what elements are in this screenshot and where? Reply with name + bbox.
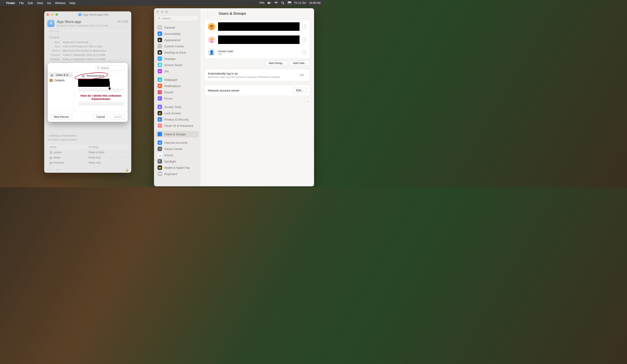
- perm-row[interactable]: wheel Read only⌃⌄: [47, 155, 128, 160]
- action-menu-button[interactable]: ⊙﹀: [56, 168, 62, 172]
- new-person-button[interactable]: New Person: [51, 114, 72, 120]
- search-icon: [97, 66, 100, 70]
- sidebar-item-keyboard[interactable]: ⌨Keyboard: [156, 171, 199, 177]
- battery-icon[interactable]: [268, 1, 271, 5]
- add-permission-button[interactable]: ＋: [47, 168, 50, 172]
- spotlight-icon[interactable]: [281, 1, 285, 5]
- control-centre-icon[interactable]: [288, 1, 291, 5]
- zoom-button[interactable]: [55, 13, 58, 16]
- redacted-user: [218, 22, 300, 31]
- chevron-updown-icon[interactable]: ⌃⌄: [124, 156, 126, 159]
- sidebar-item-screen-time[interactable]: ⧗Screen Time: [156, 104, 199, 110]
- sidebar-item-label: Screen Saver: [164, 63, 183, 67]
- sidebar-item-wallpaper[interactable]: ⛰Wallpaper: [156, 77, 199, 83]
- annotation-arrow-icon: [108, 81, 111, 90]
- menu-window[interactable]: Window: [55, 1, 65, 5]
- sidebar-item-lock-screen[interactable]: 🔒Lock Screen: [156, 110, 199, 116]
- sidebar-item-privacy-security[interactable]: ✋Privacy & Security: [156, 116, 199, 122]
- redacted-user-entry[interactable]: [78, 79, 109, 87]
- picker-source-list: Users & G… Contacts: [48, 72, 74, 112]
- sidebar-item-screen-saver[interactable]: ✺Screen Saver: [156, 62, 199, 68]
- tags-field[interactable]: Add Tags...: [47, 29, 129, 34]
- chevron-updown-icon[interactable]: ⌃⌄: [305, 74, 307, 76]
- network-server-row: Network account server Edit...: [205, 85, 310, 96]
- sidebar-icon: ✺: [157, 63, 162, 67]
- sidebar-icon: ✋: [157, 117, 162, 122]
- sidebar-icon: ☁: [157, 153, 162, 157]
- cancel-button[interactable]: Cancel: [93, 114, 108, 120]
- sidebar-item-desktop-dock[interactable]: ▣Desktop & Dock: [156, 49, 199, 55]
- picker-search[interactable]: Search: [96, 66, 125, 70]
- getinfo-title: App Store.app Info: [83, 13, 109, 16]
- menubar-date[interactable]: Fri 11 Oct: [294, 1, 306, 4]
- sidebar-item-appearance[interactable]: ◐Appearance: [156, 37, 199, 43]
- getinfo-titlebar[interactable]: App Store.app Info: [44, 11, 131, 18]
- remove-permission-button[interactable]: －: [51, 168, 54, 172]
- perm-row[interactable]: system Read & Write⌃⌄: [47, 150, 128, 155]
- menu-help[interactable]: Help: [69, 1, 75, 5]
- minimise-button[interactable]: [161, 10, 163, 13]
- help-button[interactable]: ?: [305, 100, 310, 104]
- sidebar-item-focus[interactable]: ☾Focus: [156, 95, 199, 102]
- sidebar-item-internet-accounts[interactable]: @Internet Accounts: [156, 140, 199, 146]
- user-row[interactable]: 🐯 i: [205, 20, 310, 33]
- user-row[interactable]: 🏆 i: [205, 33, 310, 46]
- menubar-app-name[interactable]: Finder: [6, 1, 15, 5]
- close-button[interactable]: [156, 10, 159, 13]
- sidebar-item-control-centre[interactable]: ⌁Control Centre: [156, 43, 199, 49]
- menu-edit[interactable]: Edit: [28, 1, 33, 5]
- lock-icon[interactable]: 🔒: [125, 168, 129, 172]
- settings-sidebar: Search ⚙︎General☯Accessibility◐Appearanc…: [154, 8, 201, 186]
- section-sharing[interactable]: Sharing & Permissions:: [44, 133, 131, 138]
- menubar-time[interactable]: 10:46 AM: [309, 1, 320, 4]
- custom-access-label: You have custom access: [44, 138, 131, 143]
- svg-point-11: [158, 17, 159, 18]
- add-user-button[interactable]: Add User...: [290, 60, 310, 66]
- sidebar-item-general[interactable]: ⚙︎General: [156, 24, 199, 31]
- nav-back-button[interactable]: 〈: [205, 11, 209, 16]
- sidebar-item-accessibility[interactable]: ☯Accessibility: [156, 31, 199, 37]
- avatar: 👤: [208, 49, 215, 56]
- info-button[interactable]: i: [302, 50, 307, 55]
- sidebar-item-icloud[interactable]: ☁iCloud: [156, 152, 199, 158]
- menu-view[interactable]: View: [37, 1, 43, 5]
- picker-source-contacts[interactable]: Contacts: [48, 78, 74, 83]
- perm-row[interactable]: everyone Read only⌃⌄: [47, 160, 128, 165]
- sidebar-icon: 🔊: [157, 90, 162, 94]
- sidebar-item-displays[interactable]: ☀Displays: [156, 55, 199, 62]
- guest-user-name: Guest User: [218, 50, 233, 53]
- sidebar-item-siri[interactable]: ●Siri: [156, 68, 199, 74]
- svg-rect-2: [270, 3, 271, 3]
- sidebar-item-users-groups[interactable]: 👥Users & Groups: [156, 131, 199, 137]
- minimise-button[interactable]: [51, 13, 53, 16]
- sidebar-icon: ⛰: [157, 77, 162, 82]
- sidebar-item-touch-id-password[interactable]: ☝Touch ID & Password: [156, 122, 199, 129]
- autologin-row[interactable]: Automatically log in as Automatic login …: [205, 69, 310, 81]
- sidebar-item-wallet-apple-pay[interactable]: 💳Wallet & Apple Pay: [156, 164, 199, 171]
- close-button[interactable]: [47, 13, 49, 16]
- zoom-button[interactable]: [165, 10, 168, 13]
- sidebar-item-spotlight[interactable]: 🔍Spotlight: [156, 158, 199, 164]
- chevron-updown-icon[interactable]: ⌃⌄: [124, 161, 126, 164]
- info-button[interactable]: i: [302, 24, 307, 29]
- app-size: 16.9 MB: [117, 20, 128, 27]
- network-server-label: Network account server: [208, 89, 240, 92]
- menu-go[interactable]: Go: [47, 1, 51, 5]
- settings-search[interactable]: Search: [156, 15, 199, 21]
- guest-user-row[interactable]: 👤 Guest User Off i: [205, 46, 310, 58]
- edit-network-server-button[interactable]: Edit...: [293, 88, 307, 93]
- sidebar-item-notifications[interactable]: 🔔Notifications: [156, 83, 199, 89]
- sidebar-item-label: Keyboard: [164, 172, 177, 176]
- picker-source-users-groups[interactable]: Users & G…: [49, 73, 73, 77]
- wifi-icon[interactable]: [274, 1, 278, 5]
- search-icon: [158, 17, 160, 20]
- section-general[interactable]: General:: [44, 35, 131, 40]
- sidebar-item-label: Privacy & Security: [164, 118, 189, 121]
- add-group-button[interactable]: Add Group...: [265, 60, 288, 66]
- sidebar-icon: ◐: [157, 38, 162, 42]
- info-button[interactable]: i: [302, 38, 307, 42]
- sidebar-item-sound[interactable]: 🔊Sound: [156, 89, 199, 95]
- sidebar-item-game-center[interactable]: ✦Game Center: [156, 146, 199, 152]
- menu-file[interactable]: File: [19, 1, 24, 5]
- chevron-updown-icon[interactable]: ⌃⌄: [124, 151, 126, 154]
